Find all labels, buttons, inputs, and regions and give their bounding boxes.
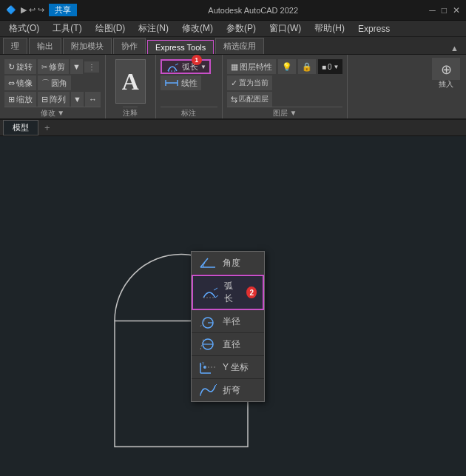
match-icon: ⇆ xyxy=(231,95,237,104)
svg-line-6 xyxy=(214,288,217,290)
insert-btn[interactable]: ⊕ 插入 xyxy=(432,58,460,80)
arc-dim-icon xyxy=(199,285,220,300)
tab-cooperate[interactable]: 协作 xyxy=(113,38,146,54)
layer-state-btn[interactable]: 💡 xyxy=(278,59,296,74)
modify-row1: ↻ 旋转 ✂ 修剪 ▼ ⋮ xyxy=(4,59,101,74)
fillet-btn[interactable]: ⌒ 圆角 xyxy=(38,76,71,90)
svg-line-5 xyxy=(200,258,208,267)
maximize-btn[interactable]: □ xyxy=(442,5,447,16)
menu-draw[interactable]: 绘图(D) xyxy=(90,21,132,36)
trim-dropdown[interactable]: ▼ xyxy=(70,59,83,74)
dropdown-item-radius[interactable]: 半径 xyxy=(192,310,264,333)
trim-btn[interactable]: ✂ 修剪 xyxy=(38,59,69,74)
array-icon: ⊟ xyxy=(41,95,48,104)
menu-window[interactable]: 窗口(W) xyxy=(263,21,307,36)
menu-bar: 格式(O) 工具(T) 绘图(D) 标注(N) 修改(M) 参数(P) 窗口(W… xyxy=(0,21,466,37)
rotate-btn[interactable]: ↻ 旋转 xyxy=(4,59,36,74)
dropdown-item-jog[interactable]: 折弯 xyxy=(192,379,264,401)
linear-btn[interactable]: 线性 xyxy=(161,76,201,90)
insert-area: ⊕ 插入 xyxy=(348,55,466,118)
diameter-label: 直径 xyxy=(223,338,240,351)
set-current-btn[interactable]: ✓ 置为当前 xyxy=(227,76,272,90)
model-tab[interactable]: 模型 xyxy=(3,120,38,135)
arc-dropdown-arrow[interactable]: ▼ xyxy=(200,64,206,70)
annotation-label[interactable]: 注释 xyxy=(123,107,138,118)
tab-manage[interactable]: 理 xyxy=(3,38,27,54)
text-btn[interactable]: A xyxy=(115,59,146,104)
menu-format[interactable]: 格式(O) xyxy=(3,21,45,36)
trim-extra-btn[interactable]: ⋮ xyxy=(84,61,99,73)
scale-icon: ⊞ xyxy=(8,95,15,104)
coord-icon: x Y xyxy=(197,360,218,375)
match-layer-btn[interactable]: ⇆ 匹配图层 xyxy=(227,92,272,107)
ribbon-collapse-btn[interactable]: ▲ xyxy=(446,42,463,54)
window-controls[interactable]: ─ □ ✕ xyxy=(429,5,460,16)
title-bar-left: 🔷 ▶ ↩ ↪ 共享 xyxy=(6,4,77,16)
svg-line-21 xyxy=(215,384,217,386)
tab-addmodule[interactable]: 附加模块 xyxy=(63,38,112,54)
menu-modify[interactable]: 修改(M) xyxy=(176,21,219,36)
close-btn[interactable]: ✕ xyxy=(453,5,460,16)
share-label[interactable]: 共享 xyxy=(49,4,77,16)
ribbon-modify-group: ↻ 旋转 ✂ 修剪 ▼ ⋮ ⇔ 镜像 ⌒ 圆角 ⊞ 缩放 xyxy=(0,55,106,118)
array-btn[interactable]: ⊟ 阵列 xyxy=(38,92,70,107)
ribbon-annotation-group: A 注释 xyxy=(106,55,156,118)
layer-row1: ▦ 图层特性 💡 🔒 ■ 0 ▼ xyxy=(227,59,343,74)
arc-dim-label: 弧长 xyxy=(224,280,239,305)
modify-row3: ⊞ 缩放 ⊟ 阵列 ▼ ↔ xyxy=(4,92,101,107)
jog-icon xyxy=(197,383,218,398)
layer-lock-btn[interactable]: 🔒 xyxy=(298,59,316,74)
stretch-btn[interactable]: ↔ xyxy=(85,92,101,107)
dropdown-item-diameter[interactable]: 直径 xyxy=(192,333,264,356)
app-title: Autodesk AutoCAD 2022 xyxy=(208,6,298,15)
menu-express[interactable]: Express xyxy=(352,22,396,36)
insert-icon: ⊕ xyxy=(441,61,452,78)
modify-row2: ⇔ 镜像 ⌒ 圆角 xyxy=(4,76,101,90)
radius-icon xyxy=(197,314,218,329)
svg-line-7 xyxy=(215,295,218,298)
array-dropdown[interactable]: ▼ xyxy=(71,92,84,107)
menu-help[interactable]: 帮助(H) xyxy=(308,21,351,36)
tab-output[interactable]: 输出 xyxy=(29,38,61,54)
stretch-icon: ↔ xyxy=(89,95,97,104)
menu-param[interactable]: 参数(P) xyxy=(220,21,262,36)
mirror-btn[interactable]: ⇔ 镜像 xyxy=(4,76,36,90)
dropdown-item-arc[interactable]: 弧长 2 xyxy=(192,275,264,310)
quick-access: ▶ ↩ ↪ xyxy=(21,5,44,15)
arc-length-btn[interactable]: 弧长 ▼ xyxy=(161,59,211,74)
menu-dim[interactable]: 标注(N) xyxy=(132,21,175,36)
modify-label[interactable]: 修改 ▼ xyxy=(4,107,101,118)
layer-row3: ⇆ 匹配图层 xyxy=(227,92,343,107)
dropdown-badge: 2 xyxy=(246,286,257,298)
tab-featured[interactable]: 精选应用 xyxy=(215,38,264,54)
tab-express-tools[interactable]: Express Tools xyxy=(147,40,214,54)
jog-label: 折弯 xyxy=(223,384,240,397)
layer-row2: ✓ 置为当前 xyxy=(227,76,343,90)
scale-btn[interactable]: ⊞ 缩放 xyxy=(4,92,36,107)
dim-arc-row: 弧长 ▼ 1 xyxy=(161,59,217,74)
minimize-btn[interactable]: ─ xyxy=(429,5,436,16)
toolbar-tabs: 理 输出 附加模块 协作 Express Tools 精选应用 ▲ xyxy=(0,37,466,55)
linear-icon xyxy=(164,78,179,88)
linear-label: 线性 xyxy=(181,78,197,89)
trim-icon: ✂ xyxy=(41,63,47,71)
layer-prop-btn[interactable]: ▦ 图层特性 xyxy=(227,59,276,74)
layer-label[interactable]: 图层 ▼ xyxy=(227,107,343,118)
arc-icon xyxy=(165,61,180,73)
fillet-icon: ⌒ xyxy=(41,78,50,89)
arc-btn-container: 弧长 ▼ 1 xyxy=(161,59,211,74)
menu-tools[interactable]: 工具(T) xyxy=(47,21,87,36)
coord-label: Y 坐标 xyxy=(223,361,249,374)
drawing-area[interactable]: 角度 弧长 2 半径 xyxy=(0,136,466,476)
dim-label[interactable]: 标注 xyxy=(161,107,217,118)
dropdown-item-coord[interactable]: x Y Y 坐标 xyxy=(192,356,264,379)
layer-color-btn[interactable]: ■ 0 ▼ xyxy=(318,59,343,74)
add-tab-btn[interactable]: + xyxy=(38,121,56,135)
diameter-icon xyxy=(197,337,218,352)
rotate-icon: ↻ xyxy=(8,62,15,72)
dropdown-item-angle[interactable]: 角度 xyxy=(192,252,264,275)
dropdown-menu: 角度 弧长 2 半径 xyxy=(191,251,265,402)
text-icon: A xyxy=(122,70,139,93)
dim-linear-row: 线性 xyxy=(161,76,217,90)
title-bar: 🔷 ▶ ↩ ↪ 共享 Autodesk AutoCAD 2022 ─ □ ✕ xyxy=(0,0,466,21)
